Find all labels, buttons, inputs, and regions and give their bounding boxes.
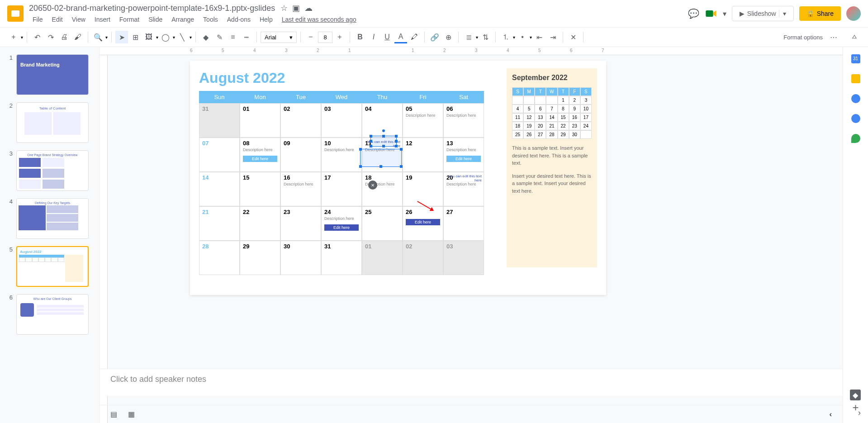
image-tool[interactable]: 🖼	[142, 31, 155, 43]
slide-thumb-2[interactable]: Table of Content	[16, 102, 89, 143]
more-tools-icon[interactable]: ⋯	[827, 31, 840, 43]
new-slide-button[interactable]: +	[7, 31, 20, 43]
font-size-decrease[interactable]: −	[304, 31, 317, 43]
font-size-input[interactable]	[318, 32, 332, 43]
calendar-cell[interactable]: 29	[240, 241, 280, 275]
maps-app-icon[interactable]	[851, 134, 860, 143]
redo-button[interactable]: ↷	[44, 31, 57, 43]
calendar-cell[interactable]: 18Description here	[362, 172, 403, 206]
share-button[interactable]: 🔒 Share	[799, 6, 841, 21]
highlight-button[interactable]: 🖍	[408, 31, 421, 43]
hide-panel-icon[interactable]: ›	[858, 408, 861, 418]
undo-button[interactable]: ↶	[31, 31, 43, 43]
font-family-select[interactable]: Arial ▾	[261, 32, 297, 43]
calendar-cell[interactable]: 24Description hereEdit here	[321, 206, 362, 241]
explore-icon[interactable]: ◆	[850, 390, 861, 400]
calendar-cell[interactable]: 21	[199, 206, 240, 241]
star-icon[interactable]: ☆	[280, 3, 288, 13]
calendar-cell[interactable]: 27	[443, 206, 484, 241]
calendar-cell[interactable]: 16Description here	[280, 172, 321, 206]
calendar-cell[interactable]: 10Description here	[321, 138, 362, 172]
calendar-cell[interactable]: 20You can edit this text hereDescription…	[443, 172, 484, 206]
calendar-cell[interactable]: 06Description here	[443, 103, 484, 138]
menu-tools[interactable]: Tools	[199, 15, 222, 24]
menu-insert[interactable]: Insert	[91, 15, 114, 24]
calendar-cell[interactable]: 08Description hereEdit here	[240, 138, 280, 172]
border-dash-button[interactable]: ┅	[240, 31, 253, 43]
link-button[interactable]: 🔗	[428, 31, 441, 43]
calendar-cell[interactable]: 14	[199, 172, 240, 206]
grid-view-icon[interactable]: ▦	[128, 410, 135, 418]
bullet-list-button[interactable]: •	[516, 31, 529, 43]
calendar-cell[interactable]: 31	[321, 241, 362, 275]
calendar-cell[interactable]: 04	[362, 103, 403, 138]
calendar-cell[interactable]: 26Edit here	[403, 206, 443, 241]
format-options-button[interactable]: Format options	[780, 32, 826, 43]
slide-thumb-6[interactable]: Who are Our Client Groups	[16, 294, 89, 335]
align-button[interactable]: ≣	[462, 31, 475, 43]
numbered-list-button[interactable]: ⒈	[499, 31, 512, 43]
calendar-cell[interactable]: 13Description hereEdit here	[443, 138, 484, 172]
last-edit-link[interactable]: Last edit was seconds ago	[278, 15, 360, 24]
calendar-cell[interactable]: 19	[403, 172, 443, 206]
user-avatar[interactable]	[846, 6, 861, 21]
calendar-cell[interactable]: 17	[321, 172, 362, 206]
slide-thumb-3[interactable]: One Page Brand Strategy Overview	[16, 150, 89, 191]
font-size-increase[interactable]: +	[333, 31, 346, 43]
line-spacing-button[interactable]: ⇅	[479, 31, 492, 43]
calendar-body[interactable]: 310102030405Description here06Descriptio…	[199, 103, 484, 275]
calendar-cell[interactable]: 30	[280, 241, 321, 275]
select-tool[interactable]: ➤	[115, 31, 128, 43]
menu-edit[interactable]: Edit	[48, 15, 66, 24]
contacts-app-icon[interactable]	[851, 114, 860, 123]
meet-dropdown-icon[interactable]: ▾	[723, 10, 726, 18]
calendar-cell[interactable]: 15	[240, 172, 280, 206]
slide-thumb-1[interactable]: Brand Marketing	[16, 54, 89, 95]
indent-decrease-button[interactable]: ⇤	[533, 31, 545, 43]
slides-app-icon[interactable]	[7, 5, 24, 22]
menu-slide[interactable]: Slide	[145, 15, 166, 24]
tasks-app-icon[interactable]	[851, 94, 860, 103]
calendar-cell[interactable]: 03	[321, 103, 362, 138]
slideshow-button[interactable]: ▶ Slideshow ▾	[732, 6, 794, 21]
calendar-cell[interactable]: 07	[199, 138, 240, 172]
shape-tool[interactable]: ◯	[159, 31, 172, 43]
textbox-tool[interactable]: ⊞	[129, 31, 142, 43]
calendar-cell[interactable]: 31	[199, 103, 240, 138]
calendar-cell[interactable]: 01	[362, 241, 403, 275]
filmstrip-view-icon[interactable]: ▤	[110, 410, 117, 418]
document-title[interactable]: 20650-02-brand-marketing-powerpoint-temp…	[29, 4, 275, 13]
italic-button[interactable]: I	[367, 31, 380, 43]
fill-color-button[interactable]: ◆	[199, 31, 212, 43]
slide-thumb-5[interactable]: August 2022	[16, 246, 89, 287]
calendar-app-icon[interactable]: 31	[851, 54, 860, 63]
slide-panel[interactable]: 1Brand Marketing 2Table of Content 3One …	[0, 47, 100, 423]
calendar-cell[interactable]: 02	[280, 103, 321, 138]
mini-calendar[interactable]: September 2022 SMTWTFS123456789101112131…	[507, 68, 597, 267]
calendar-cell[interactable]: 25	[362, 206, 403, 241]
underline-button[interactable]: U	[381, 31, 394, 43]
calendar-cell[interactable]: 23	[280, 206, 321, 241]
paint-format-button[interactable]: 🖌	[71, 31, 84, 43]
canvas-area[interactable]: 6543211234567 August 2022 SunMonTueWedTh…	[100, 47, 843, 423]
menu-file[interactable]: File	[29, 15, 47, 24]
menu-format[interactable]: Format	[116, 15, 143, 24]
comment-button[interactable]: ⊕	[442, 31, 455, 43]
indent-increase-button[interactable]: ⇥	[546, 31, 559, 43]
calendar-cell[interactable]: 03	[443, 241, 484, 275]
chevron-down-icon[interactable]: ▾	[779, 10, 786, 17]
calendar-cell[interactable]: 09	[280, 138, 321, 172]
cloud-icon[interactable]: ☁	[304, 3, 313, 13]
keep-app-icon[interactable]	[851, 74, 860, 83]
menu-addons[interactable]: Add-ons	[223, 15, 254, 24]
comments-icon[interactable]: 💬	[688, 8, 699, 19]
mask-tool-icon[interactable]: ✕	[368, 181, 377, 190]
speaker-notes[interactable]: Click to add speaker notes	[100, 369, 843, 396]
border-weight-button[interactable]: ≡	[227, 31, 239, 43]
border-color-button[interactable]: ✎	[213, 31, 226, 43]
sidebar-text-2[interactable]: Insert your desired text here. This is a…	[512, 172, 592, 195]
calendar-cell[interactable]: 02	[403, 241, 443, 275]
collapse-toolbar-icon[interactable]: ㅿ	[848, 31, 861, 43]
text-color-button[interactable]: A	[394, 31, 407, 43]
print-button[interactable]: 🖨	[58, 31, 71, 43]
